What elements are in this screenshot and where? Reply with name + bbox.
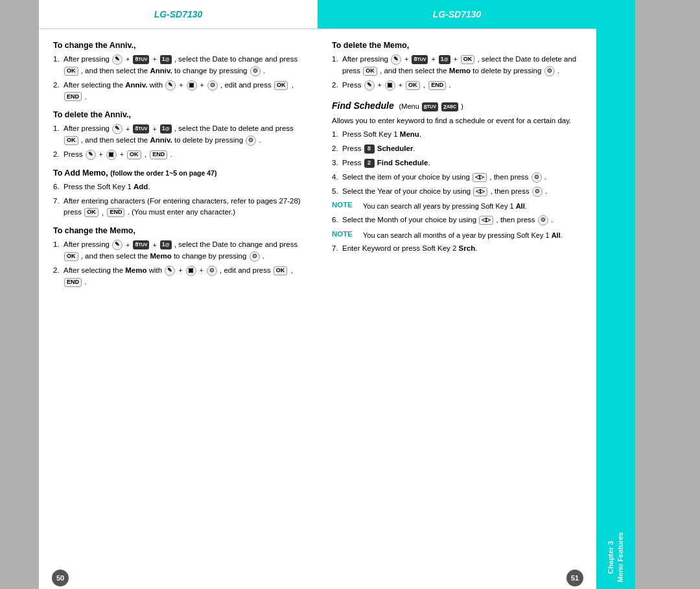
note-1: NOTE You can search all years by pressin… bbox=[332, 201, 582, 212]
end-icon4: END bbox=[64, 278, 82, 287]
nav-icon: ⊙ bbox=[250, 66, 261, 76]
list-item: 1. Press Soft Key 1 Menu. bbox=[332, 129, 582, 141]
menu-2-badge: 2ABC bbox=[441, 102, 458, 111]
find-schedule-intro: Allows you to enter keyword to find a sc… bbox=[332, 115, 582, 127]
list-item: 2. After selecting the Memo with ✎ + ▣ +… bbox=[53, 265, 303, 288]
ok-icon3: OK bbox=[64, 136, 78, 145]
ok-icon7: OK bbox=[274, 266, 288, 275]
nav-down-icon: ⊙ bbox=[531, 172, 542, 183]
nav-icon3: ⊙ bbox=[246, 135, 256, 146]
key-1b-icon: 1@ bbox=[160, 124, 172, 133]
ok-icon6: OK bbox=[64, 252, 78, 261]
nav-down-icon3: ⊙ bbox=[538, 215, 548, 225]
nav-icon4: ⊙ bbox=[250, 251, 260, 262]
list-item: 5. Select the Year of your choice by usi… bbox=[332, 186, 582, 198]
key-8c-icon: 8TUV bbox=[133, 240, 149, 249]
nav-icon6: ⊙ bbox=[544, 66, 555, 76]
right-page: LG-SD7130 To delete the Memo, 1. After p… bbox=[318, 0, 596, 589]
note-text-1: You can search all years by pressing Sof… bbox=[363, 201, 582, 212]
note-text-2: You can search all months of a year by p… bbox=[363, 230, 582, 241]
camera-icon2: ▣ bbox=[106, 150, 117, 160]
right-page-header: LG-SD7130 bbox=[318, 0, 596, 29]
list-item: 1. After pressing ✎ + 8TUV + 1@ , select… bbox=[53, 123, 303, 146]
key-8-icon: 8TUV bbox=[133, 55, 149, 64]
nav-down-icon2: ⊙ bbox=[532, 187, 542, 197]
end-icon3: END bbox=[107, 208, 124, 217]
ok-icon8: OK bbox=[461, 55, 475, 64]
list-item: 1. After pressing ✎ + 8TUV + 1@ + OK , s… bbox=[332, 54, 582, 77]
left-header-title: LG-SD7130 bbox=[154, 9, 203, 19]
list-item: 2. Press 8 Scheduler. bbox=[332, 143, 582, 155]
right-page-content: To delete the Memo, 1. After pressing ✎ … bbox=[318, 29, 596, 566]
ok-icon10: OK bbox=[406, 81, 420, 90]
pencil-icon4: ✎ bbox=[86, 150, 96, 160]
key-8e-icon: 8 bbox=[364, 144, 375, 154]
pencil-icon8: ✎ bbox=[364, 80, 375, 91]
section-delete-anniv-title: To delete the Anniv., bbox=[53, 110, 303, 119]
list-item: 3. Press 2 Find Schedule. bbox=[332, 157, 582, 169]
right-page-number: 51 bbox=[566, 570, 583, 586]
key-1c-icon: 1@ bbox=[160, 240, 172, 249]
menu-8-badge: 8TUV bbox=[422, 102, 438, 111]
end-icon5: END bbox=[428, 81, 446, 90]
note-label-2: NOTE bbox=[332, 230, 359, 238]
ok-icon: OK bbox=[64, 67, 78, 76]
left-page-content: To change the Anniv., 1. After pressing … bbox=[39, 29, 318, 566]
section-add-memo-title: To Add Memo, (follow the order 1~5 on pa… bbox=[53, 168, 303, 178]
left-page: LG-SD7130 To change the Anniv., 1. After… bbox=[39, 0, 318, 589]
key-2-icon: 2 bbox=[364, 159, 375, 168]
list-item: 6. Press the Soft Key 1 Add. bbox=[53, 181, 303, 193]
right-page-footer: 51 bbox=[318, 566, 596, 589]
right-sidebar: Chapter 3Menu Features bbox=[596, 0, 635, 589]
find-schedule-section: Find Schedule (Menu 8TUV 2ABC ) Allows y… bbox=[332, 100, 582, 255]
list-item: 1. After pressing ✎ + 8TUV + 1@ , select… bbox=[53, 54, 303, 77]
camera-icon3: ▣ bbox=[186, 266, 196, 276]
section-change-anniv-title: To change the Anniv., bbox=[53, 41, 303, 50]
note-2: NOTE You can search all months of a year… bbox=[332, 230, 582, 241]
pencil-icon7: ✎ bbox=[391, 54, 401, 65]
pencil-icon: ✎ bbox=[112, 54, 122, 65]
list-item: 2. Press ✎ + ▣ + OK , END . bbox=[53, 149, 303, 161]
ok-icon9: OK bbox=[363, 67, 377, 76]
key-1-icon: 1@ bbox=[160, 55, 172, 64]
nav-lr-icon: ◁▷ bbox=[472, 173, 487, 182]
list-item: 7. After entering characters (For enteri… bbox=[53, 196, 303, 219]
left-page-footer: 50 bbox=[39, 566, 318, 589]
list-item: 6. Select the Month of your choice by us… bbox=[332, 214, 582, 226]
section-change-memo-title: To change the Memo, bbox=[53, 226, 303, 235]
nav-icon2: ⊙ bbox=[207, 80, 218, 91]
left-page-header: LG-SD7130 bbox=[39, 0, 318, 29]
nav-lr-icon3: ◁▷ bbox=[479, 216, 493, 225]
left-margin bbox=[0, 0, 39, 589]
nav-lr-icon2: ◁▷ bbox=[473, 187, 487, 196]
nav-icon5: ⊙ bbox=[207, 266, 217, 276]
find-schedule-heading: Find Schedule (Menu 8TUV 2ABC ) bbox=[332, 100, 582, 111]
end-icon: END bbox=[64, 92, 82, 101]
key-8d-icon: 8TUV bbox=[412, 55, 428, 64]
list-item: 2. Press ✎ + ▣ + OK , END . bbox=[332, 80, 582, 91]
page-container: LG-SD7130 To change the Anniv., 1. After… bbox=[0, 0, 700, 589]
left-page-number: 50 bbox=[52, 570, 69, 586]
sidebar-chapter-text: Chapter 3Menu Features bbox=[606, 532, 626, 583]
camera-icon: ▣ bbox=[187, 80, 197, 91]
end-icon2: END bbox=[150, 150, 167, 159]
list-item: 1. After pressing ✎ + 8TUV + 1@ , select… bbox=[53, 239, 303, 262]
note-label-1: NOTE bbox=[332, 201, 359, 209]
list-item: 7. Enter Keyword or press Soft Key 2 Src… bbox=[332, 243, 582, 255]
list-item: 2. After selecting the Anniv. with ✎ + ▣… bbox=[53, 80, 303, 103]
pencil-icon5: ✎ bbox=[112, 240, 122, 250]
section-delete-memo-title: To delete the Memo, bbox=[332, 41, 582, 50]
key-8b-icon: 8TUV bbox=[133, 124, 149, 133]
list-item: 4. Select the item of your choice by usi… bbox=[332, 172, 582, 183]
ok-icon5: OK bbox=[84, 208, 99, 217]
pencil-icon2: ✎ bbox=[165, 80, 176, 91]
camera-icon4: ▣ bbox=[385, 80, 395, 91]
ok-icon2: OK bbox=[274, 81, 288, 90]
key-1d-icon: 1@ bbox=[439, 55, 450, 64]
pencil-icon3: ✎ bbox=[112, 124, 122, 134]
pencil-icon6: ✎ bbox=[165, 266, 175, 276]
right-header-title: LG-SD7130 bbox=[433, 9, 482, 19]
ok-icon4: OK bbox=[127, 150, 141, 159]
